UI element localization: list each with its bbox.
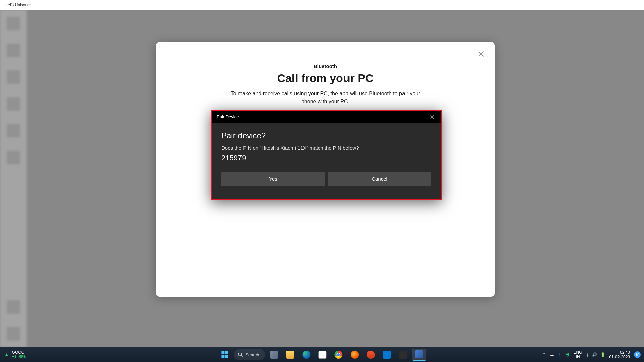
pair-device-dialog: Pair Device Pair device? Does the PIN on… [211,110,442,200]
app-title: Intel® Unison™ [3,3,32,7]
app-titlebar: Intel® Unison™ [0,0,644,10]
pair-pin: 215979 [221,154,431,162]
sidebar-item [7,70,20,84]
security-icon: ⛨ [565,352,570,357]
battery-icon: 🔋 [600,352,605,357]
minimize-button[interactable] [598,0,613,10]
pair-dialog-title: Pair Device [217,114,239,119]
modal-description: To make and receive calls using your PC,… [228,89,423,106]
sidebar-item [7,97,20,111]
vscode-icon [383,351,391,359]
taskbar-app-explorer[interactable] [283,349,298,361]
lang-bottom: IN [576,355,580,359]
maximize-button[interactable] [613,0,629,10]
search-label: Search [245,352,259,357]
tray-overflow[interactable]: ˄ ☁ ᛒ ⛨ [543,352,570,357]
file-explorer-icon [286,351,294,359]
edge-icon [303,351,311,359]
taskbar-app-vscode[interactable] [380,349,394,361]
taskbar-app-store[interactable] [316,349,330,361]
system-tray-quick[interactable]: ⏚ 🔊 🔋 [586,352,605,357]
bluetooth-icon: ᛒ [558,352,561,357]
modal-subtitle: Bluetooth [156,63,495,69]
svg-point-8 [238,353,241,356]
pair-dialog-close-button[interactable] [427,112,437,122]
start-button[interactable] [218,349,232,361]
taskbar: ▲ GOOG +1.96% Search ˄ ☁ ᛒ ⛨ [0,347,644,362]
close-button[interactable] [629,0,644,10]
wifi-icon: ⏚ [586,352,589,357]
chrome-icon [335,351,343,359]
sidebar-item [7,300,20,314]
clock-date: 01-02-2023 [609,355,630,359]
search-icon [238,352,243,357]
firefox-icon [351,351,359,359]
window-controls [598,0,644,10]
windows-logo-icon [221,351,228,358]
notification-center-button[interactable]: 10 [634,351,641,358]
sidebar-item [7,44,20,57]
modal-close-button[interactable] [477,50,485,58]
sidebar [0,10,27,347]
taskbar-right: ˄ ☁ ᛒ ⛨ ENG IN ⏚ 🔊 🔋 02:40 01-02-2023 10 [543,347,644,362]
svg-line-9 [241,356,243,357]
taskbar-app-unison[interactable] [412,349,426,361]
taskbar-app-terminal[interactable] [396,349,410,361]
sidebar-item [7,327,20,341]
taskbar-search[interactable]: Search [234,349,265,360]
taskbar-clock[interactable]: 02:40 01-02-2023 [609,350,630,360]
modal-title: Call from your PC [156,72,495,85]
taskview-button[interactable] [267,349,281,361]
taskbar-app-firefox[interactable] [348,349,362,361]
pair-heading: Pair device? [221,131,431,140]
stock-up-icon: ▲ [4,352,9,358]
taskview-icon [270,351,278,359]
taskbar-app-edge[interactable] [300,349,314,361]
pair-yes-button[interactable]: Yes [221,172,325,186]
taskbar-app-chrome[interactable] [332,349,346,361]
onedrive-icon: ☁ [549,352,554,357]
svg-rect-1 [620,4,622,6]
taskbar-center: Search [218,347,426,362]
taskbar-app-brave[interactable] [364,349,378,361]
chevron-up-icon: ˄ [543,352,545,357]
unison-icon [415,350,423,358]
clock-time: 02:40 [620,350,630,355]
pair-dialog-titlebar: Pair Device [212,111,441,123]
brave-icon [367,351,375,359]
stock-change: +1.96% [12,355,26,359]
volume-icon: 🔊 [592,352,597,357]
taskbar-widget-stock[interactable]: ▲ GOOG +1.96% [0,350,67,359]
terminal-icon [399,351,407,359]
pair-cancel-button[interactable]: Cancel [328,172,431,186]
language-switcher[interactable]: ENG IN [574,350,582,359]
sidebar-item [7,17,20,30]
pair-question: Does the PIN on "Hitesh's Xiaomi 11X" ma… [221,145,431,151]
sidebar-item [7,151,20,164]
notification-count: 10 [635,353,639,357]
sidebar-item [7,124,20,137]
store-icon [319,351,327,359]
